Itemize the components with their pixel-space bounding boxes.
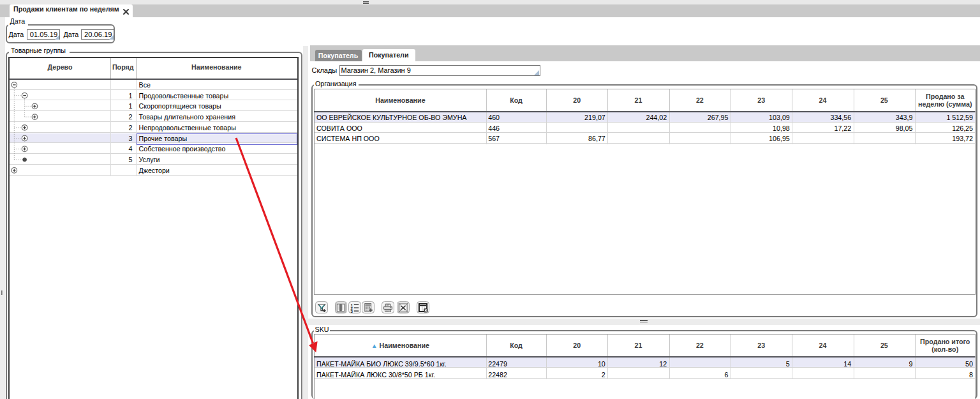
svg-text:3: 3 xyxy=(351,309,353,313)
